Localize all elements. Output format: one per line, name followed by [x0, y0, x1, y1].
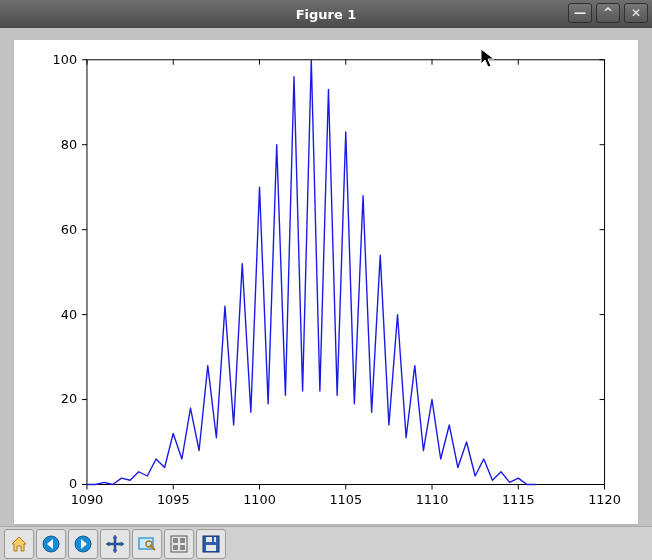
- home-button[interactable]: [4, 529, 34, 559]
- figure-window: Figure 1 — ^ ✕ 1090109511001105111011151…: [0, 0, 652, 560]
- matplotlib-toolbar: [0, 526, 652, 560]
- arrow-right-icon: [73, 534, 93, 554]
- pan-button[interactable]: [100, 529, 130, 559]
- x-tick-label: 1120: [588, 492, 621, 507]
- minimize-icon: —: [574, 7, 586, 19]
- window-titlebar[interactable]: Figure 1 — ^ ✕: [0, 0, 652, 28]
- forward-button[interactable]: [68, 529, 98, 559]
- x-tick-label: 1105: [329, 492, 362, 507]
- y-tick-label: 0: [69, 476, 77, 491]
- svg-rect-8: [180, 545, 185, 550]
- y-tick-label: 80: [61, 137, 77, 152]
- y-tick-label: 60: [61, 222, 77, 237]
- home-icon: [9, 534, 29, 554]
- x-tick-label: 1100: [243, 492, 276, 507]
- zoom-rect-icon: [137, 534, 157, 554]
- y-tick-label: 100: [53, 52, 77, 67]
- back-button[interactable]: [36, 529, 66, 559]
- svg-rect-5: [173, 538, 178, 543]
- figure-content: 1090109511001105111011151120020406080100: [0, 28, 652, 526]
- save-button[interactable]: [196, 529, 226, 559]
- plot-canvas[interactable]: 1090109511001105111011151120020406080100: [14, 40, 638, 524]
- zoom-button[interactable]: [132, 529, 162, 559]
- maximize-icon: ^: [603, 7, 613, 19]
- x-tick-label: 1110: [416, 492, 449, 507]
- maximize-button[interactable]: ^: [596, 3, 620, 23]
- window-controls: — ^ ✕: [568, 3, 648, 23]
- x-tick-label: 1090: [71, 492, 104, 507]
- close-button[interactable]: ✕: [624, 3, 648, 23]
- svg-rect-12: [206, 545, 216, 551]
- x-tick-label: 1095: [157, 492, 190, 507]
- svg-rect-10: [206, 537, 216, 542]
- move-icon: [105, 534, 125, 554]
- svg-rect-6: [180, 538, 185, 543]
- subplots-button[interactable]: [164, 529, 194, 559]
- svg-rect-7: [173, 545, 178, 550]
- axes-frame: [87, 60, 605, 485]
- y-tick-label: 20: [61, 391, 77, 406]
- save-icon: [201, 534, 221, 554]
- close-icon: ✕: [631, 7, 641, 19]
- chart-svg: 1090109511001105111011151120020406080100: [14, 40, 638, 524]
- x-tick-label: 1115: [502, 492, 535, 507]
- window-title: Figure 1: [0, 7, 652, 22]
- subplots-icon: [169, 534, 189, 554]
- minimize-button[interactable]: —: [568, 3, 592, 23]
- y-tick-label: 40: [61, 307, 77, 322]
- arrow-left-icon: [41, 534, 61, 554]
- svg-rect-11: [212, 537, 214, 542]
